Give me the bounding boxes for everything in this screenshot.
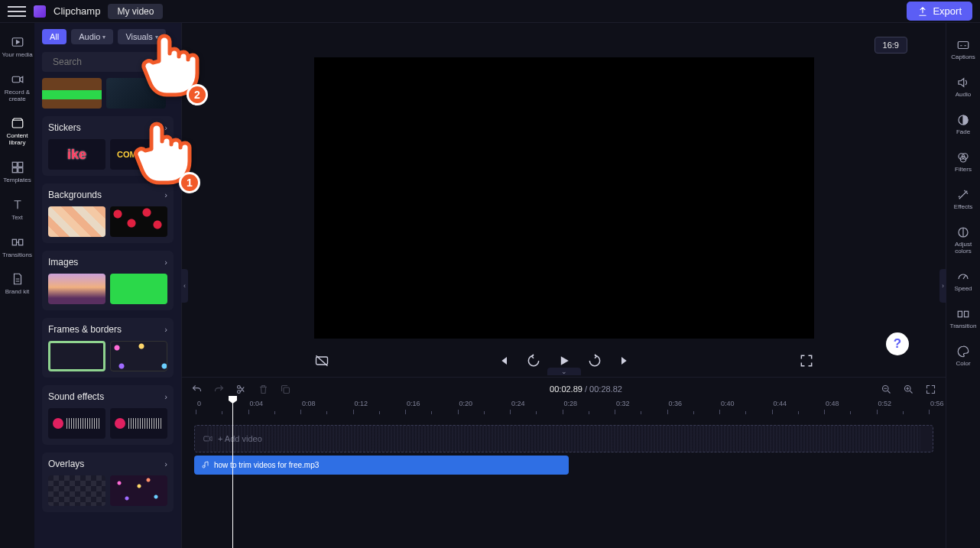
audio-track[interactable]: how to trim videos for free.mp3 xyxy=(194,456,933,475)
camera-icon xyxy=(11,73,24,86)
section-overlays: Overlays› xyxy=(42,452,174,512)
prop-fade[interactable]: Fade xyxy=(946,109,981,140)
collapse-props-icon[interactable]: › xyxy=(939,269,946,303)
library-thumb[interactable] xyxy=(110,475,167,506)
section-stickers: Stickers› ike COMMENT xyxy=(42,116,174,176)
chip-all[interactable]: All xyxy=(42,29,67,44)
aspect-ratio-badge[interactable]: 16:9 xyxy=(875,37,907,54)
library-thumb[interactable] xyxy=(48,206,105,237)
fullscreen-icon[interactable] xyxy=(799,353,814,368)
trash-icon[interactable] xyxy=(258,384,269,395)
tool-your-media[interactable]: Your media xyxy=(0,31,34,63)
section-images: Images› xyxy=(42,251,174,310)
section-header[interactable]: Overlays› xyxy=(48,459,167,469)
rewind-icon[interactable] xyxy=(526,353,541,368)
brand-icon xyxy=(11,272,24,286)
timeline: 00:02.89 / 00:28.82 00:040:080:120:160:2… xyxy=(182,377,946,548)
tool-transitions[interactable]: Transitions xyxy=(0,231,34,264)
duplicate-icon[interactable] xyxy=(280,384,291,395)
ruler-tick-label: 0:48 xyxy=(826,400,839,407)
speed-icon xyxy=(956,270,970,284)
library-thumb[interactable] xyxy=(110,206,167,237)
top-bar: Clipchamp My video Export xyxy=(0,0,980,23)
ruler-tick-label: 0:32 xyxy=(616,400,630,407)
prop-audio[interactable]: Audio xyxy=(946,71,981,102)
play-icon[interactable] xyxy=(557,353,572,368)
collapse-panel-icon[interactable]: ‹ xyxy=(181,269,188,303)
svg-rect-3 xyxy=(12,121,23,128)
split-icon[interactable] xyxy=(235,384,247,395)
svg-rect-9 xyxy=(18,239,22,245)
export-button[interactable]: Export xyxy=(907,2,972,21)
prop-filters[interactable]: Filters xyxy=(946,146,981,177)
prop-adjust[interactable]: Adjust colors xyxy=(946,221,981,259)
project-title[interactable]: My video xyxy=(108,4,163,19)
ruler-tick-label: 0:36 xyxy=(669,400,683,407)
help-button[interactable]: ? xyxy=(886,332,909,355)
timecode: 00:02.89 / 00:28.82 xyxy=(550,384,622,394)
section-header[interactable]: Backgrounds› xyxy=(48,190,167,200)
search-input[interactable] xyxy=(42,52,174,72)
redo-icon[interactable] xyxy=(213,384,225,395)
library-thumb[interactable] xyxy=(42,78,102,109)
prop-transition[interactable]: Transition xyxy=(946,303,981,334)
library-thumb[interactable] xyxy=(48,408,105,439)
skip-start-icon[interactable] xyxy=(495,353,511,368)
tool-content-library[interactable]: Content library xyxy=(0,112,34,151)
undo-icon[interactable] xyxy=(191,384,203,395)
playhead[interactable] xyxy=(232,400,233,548)
library-thumb[interactable] xyxy=(106,78,166,109)
forward-icon[interactable] xyxy=(587,353,602,368)
library-thumb[interactable] xyxy=(48,475,105,506)
tool-text[interactable]: Text xyxy=(0,193,34,226)
ruler-tick-label: 0:56 xyxy=(930,400,944,407)
prop-effects[interactable]: Effects xyxy=(946,183,981,215)
tool-record-create[interactable]: Record & create xyxy=(0,68,34,108)
ruler-tick-label: 0 xyxy=(197,400,201,407)
library-thumb[interactable] xyxy=(110,408,167,439)
chip-audio[interactable]: Audio▾ xyxy=(71,29,113,44)
tool-templates[interactable]: Templates xyxy=(0,156,34,189)
chip-visuals[interactable]: Visuals▾ xyxy=(118,29,165,44)
ruler-tick-label: 0:24 xyxy=(511,400,525,407)
main-area: 1 2 16:9 xyxy=(182,23,946,548)
tool-brand-kit[interactable]: Brand kit xyxy=(0,268,34,300)
skip-end-icon[interactable] xyxy=(618,353,633,368)
library-thumb[interactable] xyxy=(110,341,167,371)
ruler-tick-label: 0:40 xyxy=(721,400,735,407)
section-header[interactable]: Images› xyxy=(48,257,167,268)
library-thumb[interactable] xyxy=(48,341,105,371)
tracks-area[interactable]: + Add video how to trim videos for free.… xyxy=(182,417,946,548)
fade-icon xyxy=(956,113,970,127)
zoom-in-icon[interactable] xyxy=(903,384,914,395)
right-propstrip: › Captions Audio Fade Filters Effects Ad… xyxy=(946,23,980,548)
chevron-right-icon: › xyxy=(164,392,167,401)
media-icon xyxy=(11,35,24,49)
zoom-out-icon[interactable] xyxy=(881,384,892,395)
section-header[interactable]: Sound effects› xyxy=(48,391,167,402)
section-header[interactable]: Stickers› xyxy=(48,122,167,133)
hide-controls-icon[interactable] xyxy=(314,353,329,368)
prop-speed[interactable]: Speed xyxy=(946,265,981,297)
zoom-fit-icon[interactable] xyxy=(925,384,936,395)
preview-canvas[interactable] xyxy=(314,57,814,339)
collapse-timeline-icon[interactable]: ⌄ xyxy=(547,368,581,375)
video-track[interactable]: + Add video xyxy=(194,425,933,452)
library-thumb[interactable] xyxy=(48,274,105,304)
svg-rect-13 xyxy=(284,387,290,394)
ruler-tick-label: 0:44 xyxy=(774,400,787,407)
menu-icon[interactable] xyxy=(8,2,26,21)
prop-color[interactable]: Color xyxy=(946,340,981,371)
search-field[interactable] xyxy=(53,57,167,67)
library-thumb[interactable]: ike xyxy=(48,139,105,170)
ruler-tick-label: 0:08 xyxy=(302,400,316,407)
timeline-toolbar: 00:02.89 / 00:28.82 xyxy=(182,378,946,400)
library-thumb[interactable]: COMMENT xyxy=(110,139,167,170)
time-ruler[interactable]: 00:040:080:120:160:200:240:280:320:360:4… xyxy=(182,400,946,417)
prop-captions[interactable]: Captions xyxy=(946,34,981,65)
text-icon xyxy=(11,198,24,212)
audio-clip[interactable]: how to trim videos for free.mp3 xyxy=(194,456,569,475)
library-thumb[interactable] xyxy=(110,274,167,304)
section-header[interactable]: Frames & borders› xyxy=(48,324,167,335)
chevron-down-icon: ▾ xyxy=(155,34,158,41)
